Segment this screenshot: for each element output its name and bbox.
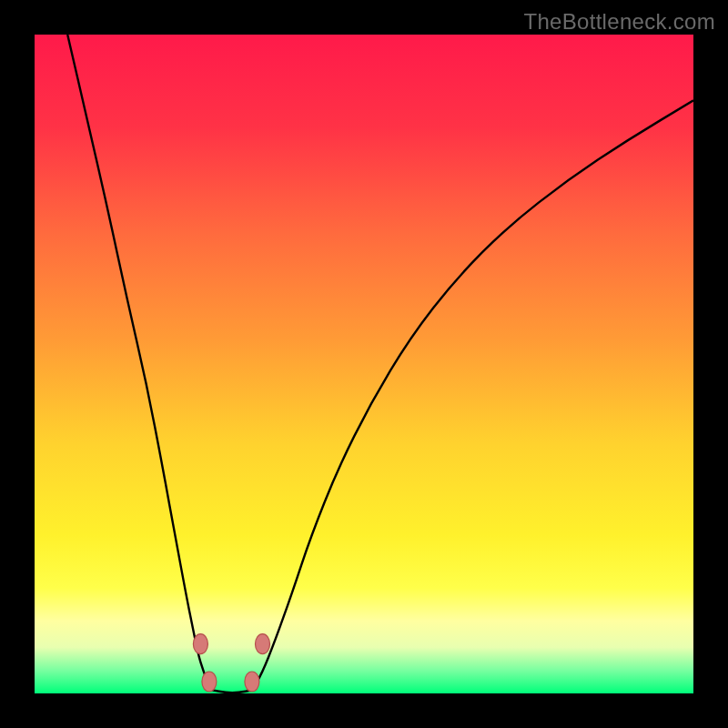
watermark-text: TheBottleneck.com (523, 9, 715, 35)
plot-area (35, 35, 693, 693)
outer-frame: TheBottleneck.com (0, 0, 728, 728)
svg-rect-0 (35, 35, 693, 693)
background-gradient (35, 35, 693, 693)
